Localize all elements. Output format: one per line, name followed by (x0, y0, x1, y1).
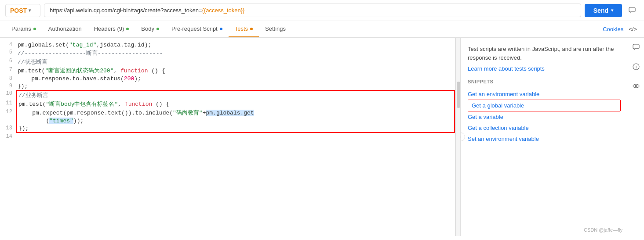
method-chevron: ▾ (29, 8, 31, 13)
watermark: CSDN @jaffe—fly (584, 227, 622, 233)
expand-icon: › (461, 134, 462, 140)
tab-tests[interactable]: Tests (229, 21, 259, 37)
table-row: 12 pm.expect(pm.response.text()).to.incl… (0, 108, 455, 117)
line-number: 10 (0, 90, 16, 100)
snippet-get-env-var[interactable]: Get an environment variable (468, 89, 621, 100)
line-content: //------------------断言------------------… (16, 49, 455, 57)
top-bar: POST ▾ https://api.weixin.qq.com/cgi-bin… (0, 0, 644, 21)
comment-icon (629, 7, 636, 14)
line-content: }); (16, 82, 455, 90)
line-number: 4 (0, 41, 16, 49)
code-button[interactable]: </> (627, 21, 639, 37)
table-row: 7 pm.test("断言返回的状态码为200", function () { (0, 66, 455, 75)
tab-body[interactable]: Body (135, 21, 165, 37)
line-number: 9 (0, 82, 16, 90)
svg-rect-0 (629, 7, 635, 12)
line-number: 7 (0, 66, 16, 75)
tab-tests-dot (250, 28, 253, 30)
learn-more-link[interactable]: Learn more about tests scripts (468, 65, 545, 72)
table-row: 4 pm.globals.set("tag_id",jsdata.tag.id)… (0, 41, 455, 49)
main-content: 4 pm.globals.set("tag_id",jsdata.tag.id)… (0, 38, 644, 236)
line-number (0, 117, 16, 125)
tab-params-dot (33, 28, 36, 30)
tab-prerequest[interactable]: Pre-request Script (165, 21, 229, 37)
table-row: 10 //业务断言 (0, 90, 455, 100)
expand-panel-button[interactable]: › (461, 133, 465, 141)
snippet-get-var[interactable]: Get a variable (468, 111, 621, 122)
url-variable-part: {{access_token}} (202, 7, 245, 14)
tab-prerequest-label: Pre-request Script (171, 25, 218, 32)
line-number: 14 (0, 133, 16, 140)
tab-headers-label: Headers (9) (94, 25, 124, 32)
tab-authorization[interactable]: Authorization (42, 21, 88, 37)
tab-settings[interactable]: Settings (259, 21, 292, 37)
line-content: //业务断言 (16, 90, 455, 100)
side-icons-panel: i (628, 38, 644, 236)
method-selector[interactable]: POST ▾ (5, 4, 40, 17)
send-label: Send (593, 7, 608, 14)
line-number: 6 (0, 57, 16, 66)
snippet-get-global-var[interactable]: Get a global variable (468, 100, 621, 111)
table-row: 9 }); (0, 82, 455, 90)
snippet-set-env-var[interactable]: Set an environment variable (468, 133, 621, 144)
line-content: pm.test("断言body中包含有标签名", function () { (16, 100, 455, 108)
tab-authorization-label: Authorization (48, 25, 82, 32)
snippet-label: Get a global variable (472, 102, 524, 109)
svg-rect-1 (633, 44, 639, 49)
chat-icon[interactable] (630, 41, 642, 54)
url-bar[interactable]: https://api.weixin.qq.com/cgi-bin/tags/c… (44, 4, 581, 17)
code-editor[interactable]: 4 pm.globals.set("tag_id",jsdata.tag.id)… (0, 38, 455, 236)
right-panel: › Test scripts are written in JavaScript… (461, 38, 628, 236)
info-icon[interactable]: i (630, 61, 642, 73)
tab-settings-label: Settings (265, 25, 286, 32)
line-content: pm.test("断言返回的状态码为200", function () { (16, 66, 455, 75)
cookies-button[interactable]: Cookies (599, 21, 627, 37)
snippet-label: Get a collection variable (468, 125, 529, 131)
snippets-title: SNIPPETS (468, 79, 621, 84)
url-static-part: https://api.weixin.qq.com/cgi-bin/tags/c… (50, 7, 202, 14)
table-row: 13 }); (0, 125, 455, 133)
line-number: 8 (0, 75, 16, 82)
eye-icon[interactable] (630, 80, 642, 92)
line-content (16, 133, 455, 140)
tab-params[interactable]: Params (5, 21, 42, 37)
line-number: 12 (0, 108, 16, 117)
tab-prerequest-dot (220, 28, 222, 30)
table-row: ("times")); (0, 117, 455, 125)
line-number: 11 (0, 100, 16, 108)
line-content: pm.expect(pm.response.text()).to.include… (16, 108, 455, 117)
code-lines: 4 pm.globals.set("tag_id",jsdata.tag.id)… (0, 38, 455, 144)
tab-body-dot (156, 28, 159, 30)
snippet-label: Set an environment variable (468, 136, 539, 142)
line-content: ("times")); (16, 117, 455, 125)
snippet-label: Get an environment variable (468, 91, 539, 97)
snippet-label: Get a variable (468, 114, 503, 120)
comment-icon-button[interactable] (626, 4, 639, 17)
svg-point-4 (633, 84, 639, 88)
svg-text:i: i (636, 64, 637, 69)
snippet-get-collection-var[interactable]: Get a collection variable (468, 122, 621, 133)
tab-tests-label: Tests (235, 25, 248, 32)
table-row: 8 pm.response.to.have.status(200); (0, 75, 455, 82)
svg-point-5 (635, 85, 637, 87)
send-chevron: ▾ (611, 8, 613, 13)
table-row: 11 pm.test("断言body中包含有标签名", function () … (0, 100, 455, 108)
line-content: }); (16, 125, 455, 133)
tab-body-label: Body (141, 25, 154, 32)
send-button[interactable]: Send ▾ (585, 4, 622, 17)
tab-headers-dot (126, 28, 129, 30)
panel-description: Test scripts are written in JavaScript, … (468, 45, 621, 62)
scrollbar-track[interactable] (455, 38, 461, 236)
table-row: 6 //状态断言 (0, 57, 455, 66)
tab-headers[interactable]: Headers (9) (88, 21, 135, 37)
table-row: 14 (0, 133, 455, 140)
scrollbar-thumb[interactable] (457, 82, 460, 108)
line-content: //状态断言 (16, 57, 455, 66)
line-number: 13 (0, 125, 16, 133)
line-number: 5 (0, 49, 16, 57)
line-content: pm.response.to.have.status(200); (16, 75, 455, 82)
tab-params-label: Params (11, 25, 31, 32)
tabs-bar: Params Authorization Headers (9) Body Pr… (0, 21, 644, 38)
table-row: 5 //------------------断言----------------… (0, 49, 455, 57)
description-text: Test scripts are written in JavaScript, … (468, 46, 614, 61)
